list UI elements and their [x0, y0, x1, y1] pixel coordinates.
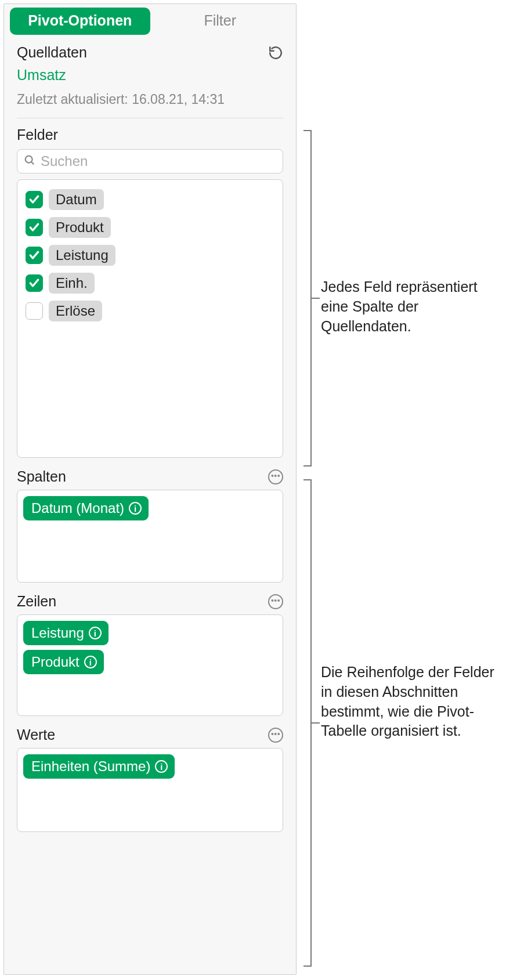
inspector-tabs: Pivot-Optionen Filter — [4, 4, 296, 35]
field-item[interactable]: Erlöse — [23, 297, 277, 325]
fields-search[interactable] — [17, 149, 283, 173]
search-icon — [23, 154, 36, 169]
row-pill[interactable]: Leistung i — [23, 621, 109, 645]
column-pill[interactable]: Datum (Monat) i — [23, 496, 149, 520]
info-icon[interactable]: i — [129, 502, 142, 515]
field-label[interactable]: Leistung — [49, 245, 115, 266]
pill-label: Datum (Monat) — [31, 500, 124, 516]
rows-section: Zeilen ••• Leistung i Produkt i — [4, 593, 296, 716]
value-pill[interactable]: Einheiten (Summe) i — [23, 754, 175, 779]
info-icon[interactable]: i — [89, 627, 102, 639]
pivot-inspector-panel: Pivot-Optionen Filter Quelldaten Umsatz … — [3, 3, 297, 975]
field-checkbox[interactable] — [26, 302, 43, 320]
columns-well[interactable]: Datum (Monat) i — [17, 490, 283, 583]
pill-label: Leistung — [31, 625, 84, 641]
field-checkbox[interactable] — [26, 219, 43, 236]
columns-section: Spalten ••• Datum (Monat) i — [4, 468, 296, 583]
values-heading: Werte — [17, 726, 55, 743]
values-section: Werte ••• Einheiten (Summe) i — [4, 726, 296, 845]
annotation-fields: Jedes Feld repräsentiert eine Spalte der… — [321, 277, 506, 336]
source-section: Quelldaten Umsatz Zuletzt aktualisiert: … — [4, 35, 296, 458]
source-data-heading: Quelldaten — [17, 44, 87, 61]
field-checkbox[interactable] — [26, 274, 43, 292]
row-pill[interactable]: Produkt i — [23, 650, 104, 674]
field-item[interactable]: Datum — [23, 186, 277, 214]
fields-list: Datum Produkt Leistung Einh. — [17, 179, 283, 458]
last-updated-text: Zuletzt aktualisiert: 16.08.21, 14:31 — [17, 92, 283, 118]
field-label[interactable]: Erlöse — [49, 301, 102, 321]
field-item[interactable]: Leistung — [23, 241, 277, 269]
field-checkbox[interactable] — [26, 191, 43, 208]
columns-more-icon[interactable]: ••• — [268, 469, 283, 484]
rows-well[interactable]: Leistung i Produkt i — [17, 614, 283, 716]
source-data-name[interactable]: Umsatz — [17, 67, 283, 84]
field-checkbox[interactable] — [26, 247, 43, 264]
pill-label: Einheiten (Summe) — [31, 758, 150, 775]
search-input[interactable] — [41, 153, 277, 169]
values-more-icon[interactable]: ••• — [268, 728, 283, 743]
field-item[interactable]: Produkt — [23, 214, 277, 241]
bracket-fields — [303, 130, 312, 467]
annotation-sections: Die Reihenfolge der Felder in diesen Abs… — [321, 663, 506, 741]
field-label[interactable]: Einh. — [49, 273, 95, 294]
info-icon[interactable]: i — [155, 760, 168, 773]
field-item[interactable]: Einh. — [23, 269, 277, 297]
bracket-sections — [303, 479, 312, 967]
columns-heading: Spalten — [17, 468, 66, 485]
refresh-icon[interactable] — [268, 45, 283, 60]
rows-more-icon[interactable]: ••• — [268, 594, 283, 609]
tab-pivot-options[interactable]: Pivot-Optionen — [10, 8, 150, 35]
fields-heading: Felder — [17, 126, 283, 143]
svg-line-1 — [31, 162, 34, 164]
info-icon[interactable]: i — [84, 656, 97, 668]
annotation-lead — [312, 722, 320, 724]
field-label[interactable]: Datum — [49, 189, 104, 210]
pill-label: Produkt — [31, 654, 79, 670]
tab-filter[interactable]: Filter — [150, 8, 291, 35]
field-label[interactable]: Produkt — [49, 217, 111, 238]
svg-point-0 — [26, 156, 32, 163]
annotation-lead — [312, 298, 320, 299]
values-well[interactable]: Einheiten (Summe) i — [17, 748, 283, 832]
rows-heading: Zeilen — [17, 593, 56, 610]
